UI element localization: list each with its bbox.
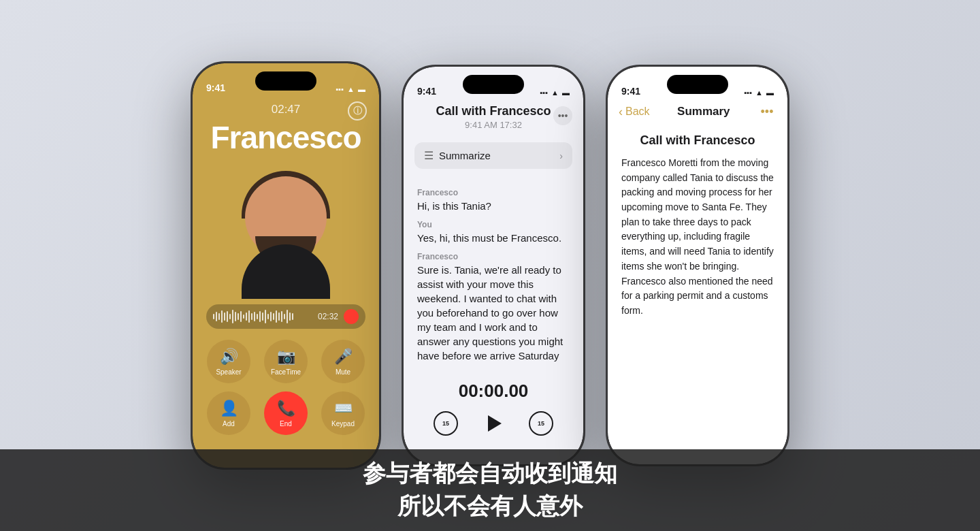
speaker-icon: 🔊 [220,348,238,366]
skip-back-label: 15 [442,420,449,427]
end-call-icon: 📞 [277,400,295,417]
wave-bar [281,311,282,322]
facetime-button[interactable]: 📷 FaceTime [264,340,308,383]
phone-transcription: 9:41 ▪▪▪ ▲ ▬ Call with Francesco 9:41 AM… [402,65,585,466]
wave-bar [227,311,228,322]
mute-button[interactable]: 🎤 Mute [321,340,365,383]
facetime-label: FaceTime [271,368,301,376]
wave-bar [224,312,225,321]
wifi-icon-2: ▲ [551,88,559,97]
avatar-area [193,163,379,299]
wave-bar [259,311,261,322]
mute-icon: 🎤 [334,348,353,366]
transcript-speaker-3: Francesco [417,252,570,261]
chevron-left-icon: ‹ [619,105,623,119]
call-action-buttons-2: 👤 Add 📞 End ⌨️ Keypad [193,391,379,435]
more-options-button[interactable]: ••• [553,106,572,125]
transcript-text-2: Yes, hi, this must be Francesco. [417,231,570,245]
record-dot [344,309,359,324]
wave-bar [243,315,244,319]
wave-bar [270,312,272,321]
playback-controls: 15 15 [404,408,583,438]
transcript-text-1: Hi, is this Tania? [417,199,570,213]
play-button[interactable] [478,408,508,438]
battery-icon: ▬ [358,85,365,93]
wave-bar [287,310,288,323]
dynamic-island [255,71,316,91]
phone-summary: 9:41 ▪▪▪ ▲ ▬ ‹ Back Summary ••• Call wit… [606,65,789,466]
summarize-button[interactable]: ☰ Summarize › [414,142,572,169]
speaker-label: Speaker [216,368,241,376]
battery-icon-3: ▬ [766,88,774,97]
wifi-icon-3: ▲ [755,88,763,97]
dynamic-island-2 [463,75,524,94]
more-options-button-3[interactable]: ••• [757,102,777,121]
call-action-buttons: 🔊 Speaker 📷 FaceTime 🎤 Mute [193,340,379,383]
wave-bar [218,313,220,320]
add-label: Add [223,420,235,428]
subtitle-line-1: 参与者都会自动收到通知 [363,457,617,490]
speaker-button[interactable]: 🔊 Speaker [207,340,250,383]
transcript-area: Francesco Hi, is this Tania? You Yes, hi… [404,174,583,370]
mute-label: Mute [336,368,350,376]
summary-content-title: Call with Francesco [621,133,774,148]
subtitle-line-2: 所以不会有人意外 [397,490,583,523]
battery-icon-2: ▬ [562,88,570,97]
playback-time: 00:00.00 [404,381,583,402]
call-subtitle: 9:41 AM 17:32 [417,120,570,130]
wave-bar [238,313,239,320]
skip-forward-button[interactable]: 15 [529,411,553,436]
summary-screen: 9:41 ▪▪▪ ▲ ▬ ‹ Back Summary ••• Call wit… [608,67,787,464]
summarize-left: ☰ Summarize [424,149,491,162]
wave-time: 02:32 [318,312,338,321]
phones-container: 9:41 ▪▪▪ ▲ ▬ ⓘ 02:47 Francesco [191,61,789,470]
status-icons-3: ▪▪▪ ▲ ▬ [744,88,774,97]
memoji-avatar [225,163,347,299]
wave-bar [278,312,280,321]
wave-bar [235,312,236,321]
wave-bar [232,310,233,323]
phone-active-call: 9:41 ▪▪▪ ▲ ▬ ⓘ 02:47 Francesco [191,61,381,470]
wave-bar [273,313,274,320]
wave-bar [276,310,277,323]
summary-nav-title: Summary [677,105,730,118]
transcript-speaker-2: You [417,220,570,229]
summarize-text: Summarize [439,150,491,161]
chevron-right-icon: › [559,150,563,161]
keypad-icon: ⌨️ [334,400,353,417]
keypad-label: Keypad [331,420,355,428]
ellipsis-icon: ••• [761,105,774,119]
add-call-button[interactable]: 👤 Add [207,391,250,435]
memoji-body [242,244,330,299]
skip-forward-label: 15 [538,420,544,427]
end-call-button[interactable]: 📞 End [264,391,308,435]
call-screen: 9:41 ▪▪▪ ▲ ▬ ⓘ 02:47 Francesco [193,63,379,468]
wave-bar [251,313,252,320]
wave-bar [246,312,247,321]
wave-bar [213,314,214,319]
back-button[interactable]: ‹ Back [619,105,650,119]
wave-bar [229,314,231,319]
waveform-bar: 02:32 [206,304,365,329]
back-label: Back [625,106,650,118]
keypad-button[interactable]: ⌨️ Keypad [321,391,365,435]
dynamic-island-3 [667,75,728,94]
transcript-speaker-1: Francesco [417,188,570,197]
status-time-1: 9:41 [206,82,225,93]
call-title: Call with Francesco [417,104,570,118]
status-icons-1: ▪▪▪ ▲ ▬ [336,85,365,93]
add-icon: 👤 [220,400,238,417]
wave-bar [267,314,269,319]
info-button[interactable]: ⓘ [348,101,367,120]
transcript-text-3: Sure is. Tania, we're all ready to assis… [417,263,570,363]
status-time-2: 9:41 [417,86,436,97]
signal-icon-3: ▪▪▪ [744,88,752,97]
subtitle-overlay: 参与者都会自动收到通知 所以不会有人意外 [0,449,980,531]
skip-back-button[interactable]: 15 [434,411,458,436]
wave-bar [257,314,258,319]
wave-visual [213,310,312,323]
facetime-icon: 📷 [277,348,295,366]
wave-bar [248,310,250,323]
wave-bar [221,310,223,323]
signal-icon-2: ▪▪▪ [540,88,548,97]
